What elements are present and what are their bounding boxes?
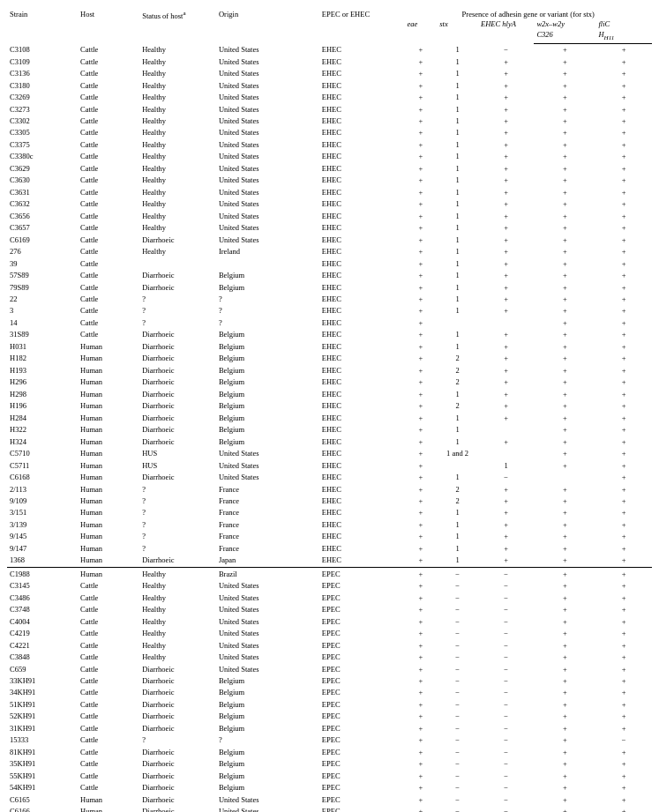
- cell: Cattle: [78, 222, 139, 234]
- cell: 2: [437, 376, 478, 388]
- cell: Diarrhoeic: [139, 353, 216, 364]
- table-row: 55KH91CattleDiarrhoeicBelgiumEPEC+−−++: [7, 771, 652, 782]
- cell: Diarrhoeic: [139, 664, 216, 675]
- cell: EHEC: [319, 484, 405, 495]
- cell: −: [437, 806, 478, 812]
- cell: +: [595, 294, 652, 305]
- cell: EHEC: [319, 353, 405, 364]
- cell: Cattle: [78, 616, 139, 628]
- cell: +: [595, 353, 652, 364]
- cell: 1: [437, 258, 478, 270]
- cell: Diarrhoeic: [139, 376, 216, 388]
- cell: Cattle: [78, 68, 139, 79]
- cell: −: [478, 580, 534, 592]
- cell: +: [534, 484, 595, 495]
- cell: +: [595, 806, 652, 812]
- cell: Belgium: [216, 758, 319, 770]
- cell: EHEC: [319, 282, 405, 294]
- cell: 3/151: [7, 507, 78, 518]
- cell: +: [534, 115, 595, 127]
- cell: +: [405, 139, 438, 151]
- cell: +: [405, 92, 438, 103]
- cell: +: [405, 44, 438, 56]
- cell: Healthy: [139, 56, 216, 68]
- cell: −: [478, 758, 534, 770]
- cell: Diarrhoeic: [139, 699, 216, 711]
- table-row: 9/109Human?FranceEHEC+2+++: [7, 495, 652, 507]
- cell: EPEC: [319, 782, 405, 793]
- cell: Cattle: [78, 652, 139, 663]
- cell: +: [534, 104, 595, 115]
- cell: +: [595, 460, 652, 472]
- cell: Healthy: [139, 604, 216, 615]
- cell: +: [405, 187, 438, 198]
- cell: +: [534, 507, 595, 518]
- cell: +: [478, 507, 534, 518]
- col-header-eae: eae: [405, 19, 438, 43]
- cell: C3380c: [7, 151, 78, 162]
- cell: EPEC: [319, 580, 405, 592]
- cell: EHEC: [319, 92, 405, 103]
- cell: 1: [437, 198, 478, 210]
- cell: 9/145: [7, 531, 78, 542]
- cell: +: [595, 555, 652, 567]
- cell: +: [595, 341, 652, 353]
- cell: EHEC: [319, 341, 405, 353]
- cell: +: [405, 175, 438, 186]
- cell: EHEC: [319, 115, 405, 127]
- cell: +: [534, 389, 595, 400]
- table-row: H196HumanDiarrhoeicBelgiumEHEC+2+++: [7, 400, 652, 412]
- cell: United States: [216, 472, 319, 483]
- cell: EPEC: [319, 806, 405, 812]
- cell: 3/139: [7, 519, 78, 531]
- table-row: C3302CattleHealthyUnited StatesEHEC+1+++: [7, 115, 652, 127]
- cell: −: [437, 640, 478, 652]
- cell: United States: [216, 115, 319, 127]
- cell: +: [595, 747, 652, 758]
- cell: 2: [437, 484, 478, 495]
- cell: C3632: [7, 198, 78, 210]
- cell: 1: [437, 519, 478, 531]
- cell: +: [405, 127, 438, 138]
- cell: Belgium: [216, 747, 319, 758]
- cell: +: [534, 567, 595, 580]
- cell: Cattle: [78, 329, 139, 340]
- cell: United States: [216, 448, 319, 459]
- table-row: H182HumanDiarrhoeicBelgiumEHEC+2+++: [7, 353, 652, 364]
- cell: H284: [7, 413, 78, 424]
- cell: 9/109: [7, 495, 78, 507]
- cell: Belgium: [216, 376, 319, 388]
- cell: +: [478, 139, 534, 151]
- cell: −: [437, 652, 478, 663]
- cell: +: [478, 235, 534, 246]
- table-row: 15333Cattle??EPEC+−−+−: [7, 734, 652, 746]
- cell: 81KH91: [7, 747, 78, 758]
- cell: EHEC: [319, 472, 405, 483]
- cell: Cattle: [78, 139, 139, 151]
- cell: +: [405, 365, 438, 376]
- table-row: C1988HumanHealthyBrazilEPEC+−−++: [7, 567, 652, 580]
- col-header-origin: Origin: [216, 9, 319, 44]
- cell: C4221: [7, 640, 78, 652]
- cell: +: [534, 771, 595, 782]
- cell: C6168: [7, 472, 78, 483]
- table-row: C3273CattleHealthyUnited StatesEHEC+1+++: [7, 104, 652, 115]
- cell: +: [595, 376, 652, 388]
- cell: +: [405, 317, 438, 329]
- cell: +: [534, 782, 595, 793]
- cell: +: [478, 413, 534, 424]
- cell: +: [534, 211, 595, 222]
- cell: +: [534, 305, 595, 317]
- cell: −: [437, 711, 478, 722]
- cell: −: [478, 711, 534, 722]
- cell: 1: [437, 329, 478, 340]
- table-row: H298HumanDiarrhoeicBelgiumEHEC+1+++: [7, 389, 652, 400]
- cell: +: [595, 305, 652, 317]
- cell: Cattle: [78, 640, 139, 652]
- table-row: 51KH91CattleDiarrhoeicBelgiumEPEC+−−++: [7, 699, 652, 711]
- cell: EHEC: [319, 163, 405, 175]
- cell: +: [534, 519, 595, 531]
- cell: Cattle: [78, 80, 139, 92]
- cell: EHEC: [319, 400, 405, 412]
- cell: EPEC: [319, 567, 405, 580]
